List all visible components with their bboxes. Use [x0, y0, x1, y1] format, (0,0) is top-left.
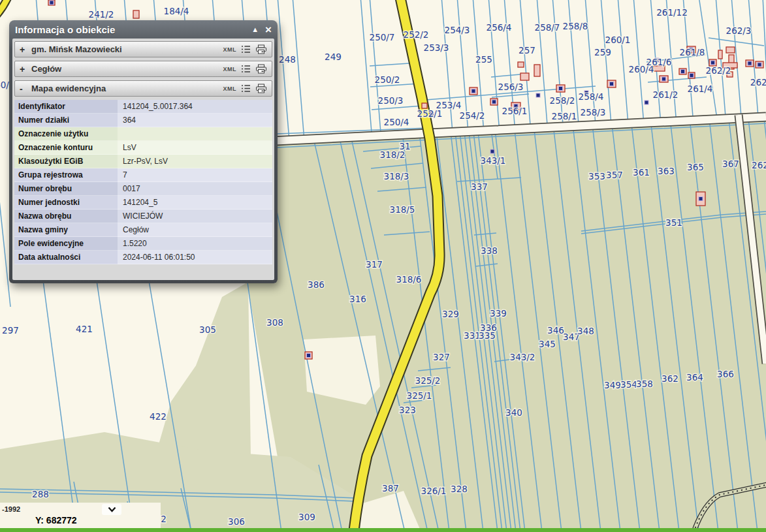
attribute-label: Klasoużytki EGiB: [14, 155, 118, 168]
attribute-row: Oznaczenie konturuLsV: [14, 141, 272, 155]
parcel-label: 358: [636, 379, 653, 389]
parcel-label: 261/12: [656, 7, 688, 18]
building-dot: [490, 149, 494, 153]
gis-application: 241/2184/4240/4248249250/7252/2253/3254/…: [0, 0, 766, 532]
section-label: Cegłów: [31, 64, 61, 74]
parcel-label: 256/3: [498, 82, 524, 92]
expand-icon[interactable]: +: [20, 44, 27, 55]
building-dot: [758, 63, 761, 67]
building-dot: [711, 61, 715, 65]
parcel-label: 337: [471, 181, 488, 192]
parcel-label: 257: [519, 45, 535, 55]
panel-titlebar[interactable]: Informacja o obiekcie ▲ ×: [12, 20, 274, 39]
bottom-green-bar: [0, 528, 766, 532]
attribute-label: Pole ewidencyjne: [14, 237, 118, 251]
parcel-label: 318/6: [396, 274, 422, 285]
parcel-label: 338: [481, 245, 498, 256]
collapse-panel-icon[interactable]: ▲: [251, 26, 259, 33]
parcel-label: 252/1: [417, 108, 443, 119]
building-dot: [610, 82, 614, 86]
accordion-section-mapa-ewidencyjna[interactable]: - Mapa ewidencyjna XML: [14, 80, 272, 97]
attribute-value: 141204_5.0017.364: [118, 100, 272, 114]
parcel-label: 261/2: [653, 89, 678, 100]
list-icon[interactable]: [241, 65, 251, 73]
attribute-label: Numer obrębu: [14, 182, 118, 196]
attribute-row: Oznaczenie użytku: [14, 127, 272, 141]
close-panel-icon[interactable]: ×: [265, 24, 272, 35]
building-dot: [699, 197, 703, 201]
accordion-section-gmina[interactable]: + gm. Mińsk Mazowiecki XML: [14, 41, 272, 57]
crs-select[interactable]: -1992: [2, 505, 20, 513]
building-dot: [662, 77, 666, 81]
attribute-label: Nazwa obrębu: [14, 210, 118, 223]
parcel-label: 357: [606, 170, 623, 180]
parcel-label: 348: [577, 326, 594, 336]
section-label: gm. Mińsk Mazowiecki: [31, 44, 122, 54]
parcel-label: 184/4: [164, 6, 189, 16]
parcel-label: 262/3: [726, 25, 752, 36]
parcel-label: 306: [228, 516, 245, 527]
attribute-row: Nazwa obrębuWICIEJÓW: [14, 210, 272, 223]
attribute-value: Cegłów: [118, 223, 272, 237]
print-icon[interactable]: [255, 84, 267, 93]
parcel-label: 317: [366, 259, 383, 270]
parcel-label: 258/2: [550, 95, 575, 106]
parcel-label: 241/2: [89, 9, 114, 20]
parcel-label: 249: [325, 52, 342, 62]
parcel-label: 260/1: [605, 35, 631, 45]
parcel-label: 325/2: [415, 375, 441, 386]
list-icon[interactable]: [241, 45, 251, 54]
parcel-label: 328: [451, 484, 468, 494]
attribute-label: Identyfikator: [14, 100, 118, 114]
building-dot: [748, 61, 752, 65]
xml-button[interactable]: XML: [223, 46, 237, 53]
parcel-label: 386: [308, 279, 325, 290]
coordinate-widget: -1992 Y: 682772: [0, 503, 161, 528]
building-dot: [690, 74, 694, 78]
print-icon[interactable]: [255, 64, 267, 74]
building: [520, 73, 529, 80]
building: [726, 47, 735, 53]
parcel-label: 258/1: [552, 111, 577, 121]
attribute-label: Grupa rejestrowa: [14, 168, 118, 182]
accordion-section-ceglow[interactable]: + Cegłów XML: [14, 61, 272, 77]
collapse-icon[interactable]: -: [20, 84, 27, 94]
attribute-value: 141204_5: [118, 196, 272, 210]
attribute-value: 0017: [118, 182, 272, 196]
parcel-label: 259: [594, 47, 611, 57]
expand-icon[interactable]: +: [20, 64, 27, 74]
xml-button[interactable]: XML: [223, 86, 237, 92]
panel-content: + gm. Mińsk Mazowiecki XML + Cegłów: [12, 39, 274, 280]
parcel-label: 258/8: [563, 21, 588, 31]
xml-button[interactable]: XML: [223, 66, 237, 72]
parcel-label: 258/3: [581, 107, 606, 117]
building: [534, 65, 540, 76]
list-icon[interactable]: [241, 84, 251, 93]
parcel-label: 297: [2, 325, 19, 336]
print-icon[interactable]: [255, 44, 267, 54]
parcel-label: 261/8: [680, 47, 705, 57]
parcel-label: 252/2: [404, 29, 429, 40]
attribute-row: Nazwa gminyCegłów: [14, 223, 272, 237]
attribute-value: Lzr-PsV, LsV: [118, 155, 272, 168]
building: [518, 62, 524, 67]
parcel-label: 316: [349, 294, 366, 304]
building-dot: [536, 93, 540, 97]
attribute-label: Oznaczenie użytku: [14, 127, 118, 141]
parcel-label: 421: [76, 324, 93, 334]
chevron-down-icon[interactable]: [102, 504, 121, 515]
parcel-label: 255: [475, 54, 492, 65]
attribute-value: 364: [118, 114, 272, 127]
parcel-label: 422: [150, 411, 167, 422]
parcel-label: 346: [547, 325, 564, 336]
panel-title: Informacja o obiekcie: [15, 24, 245, 35]
section-label: Mapa ewidencyjna: [31, 84, 106, 93]
parcel-label: 335: [479, 330, 496, 341]
attribute-row: Data aktualności2024-06-11 06:01:50: [14, 251, 272, 264]
parcel-label: 254/2: [460, 110, 485, 121]
parcel-label: 318/2: [380, 149, 406, 160]
building: [133, 10, 139, 18]
parcel-label: 361: [633, 167, 650, 178]
parcel-label: 353: [588, 171, 605, 181]
parcel-label: 288: [32, 489, 49, 499]
